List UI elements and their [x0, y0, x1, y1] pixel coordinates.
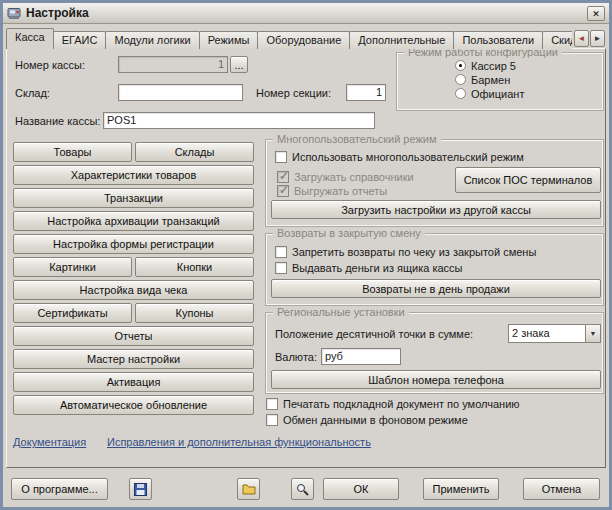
checkbox-label: Выгружать отчеты — [294, 185, 387, 197]
checkbox-box — [277, 185, 289, 197]
close-icon[interactable]: ✕ — [587, 6, 605, 21]
checkbox-label: Обмен данными в фоновом режиме — [283, 414, 468, 426]
checkbox-print-underlay[interactable]: Печатать подкладной документ по умолчани… — [266, 397, 520, 411]
nav-button-vid-cheka[interactable]: Настройка вида чека — [13, 280, 254, 300]
radio-label: Кассир 5 — [471, 60, 516, 72]
decimal-position-select[interactable]: 2 знака ▼ — [508, 324, 601, 343]
checkbox-use-multiuser[interactable]: Использовать многопользовательский режим — [275, 150, 524, 164]
checkbox-label: Выдавать деньги из ящика кассы — [292, 262, 462, 274]
nav-button-kartinki[interactable]: Картинки — [13, 257, 132, 277]
checkbox-box — [266, 398, 278, 410]
checkbox-box — [275, 151, 287, 163]
nav-button-avtoobnovlenie[interactable]: Автоматическое обновление — [13, 395, 254, 415]
cashbox-name-field[interactable]: POS1 — [103, 112, 375, 129]
radio-circle — [455, 60, 466, 71]
cancel-button[interactable]: Отмена — [523, 478, 600, 500]
returns-not-same-day-button[interactable]: Возвраты не в день продажи — [271, 279, 601, 298]
fixes-link[interactable]: Исправления и дополнительная функциональ… — [107, 436, 371, 448]
checkbox-box — [275, 262, 287, 274]
radio-kassir5[interactable]: Кассир 5 — [455, 59, 516, 72]
nav-button-arhivatsiya[interactable]: Настройка архивации транзакций — [13, 211, 254, 231]
nav-button-otchety[interactable]: Отчеты — [13, 326, 254, 346]
returns-group-title: Возвраты в закрытую смену — [273, 227, 425, 240]
pos-terminal-list-button[interactable]: Список ПОС терминалов — [455, 167, 601, 193]
cashbox-number-browse-button[interactable]: ... — [230, 56, 248, 73]
app-icon — [7, 6, 21, 20]
decimal-position-value: 2 знака — [509, 325, 585, 342]
nav-button-harakteristiki[interactable]: Характеристики товаров — [13, 165, 254, 185]
currency-label: Валюта: — [275, 351, 317, 364]
save-button[interactable] — [129, 478, 152, 500]
checkbox-label: Печатать подкладной документ по умолчани… — [283, 398, 520, 410]
titlebar: Настройка — [3, 3, 609, 24]
tab-scroll-left-icon[interactable]: ◄ — [574, 30, 589, 47]
nav-button-aktivatsiya[interactable]: Активация — [13, 372, 254, 392]
checkbox-load-refs: Загружать справочники — [277, 170, 414, 184]
radio-ofitsiant[interactable]: Официант — [455, 87, 524, 100]
checkbox-label: Использовать многопользовательский режим — [292, 151, 524, 163]
checkbox-box — [266, 414, 278, 426]
nav-button-tranzaktsii[interactable]: Транзакции — [13, 188, 254, 208]
tab-bar: Касса ЕГАИС Модули логики Режимы Оборудо… — [6, 28, 572, 49]
radio-circle — [455, 88, 466, 99]
ok-button[interactable]: ОК — [323, 478, 399, 500]
tab-dopolnitelnye[interactable]: Дополнительные — [349, 31, 454, 49]
folder-icon — [242, 483, 256, 495]
nav-button-sertifikaty[interactable]: Сертификаты — [13, 303, 132, 323]
settings-window: Настройка ✕ Касса ЕГАИС Модули логики Ре… — [0, 0, 612, 510]
nav-button-knopki[interactable]: Кнопки — [135, 257, 254, 277]
checkbox-background-exchange[interactable]: Обмен данными в фоновом режиме — [266, 413, 468, 427]
warehouse-field[interactable] — [118, 84, 243, 101]
tab-moduli-logiki[interactable]: Модули логики — [105, 31, 199, 49]
currency-field[interactable]: руб — [321, 348, 401, 365]
chevron-down-icon[interactable]: ▼ — [585, 325, 600, 342]
tab-skidki[interactable]: Скидки — [542, 31, 572, 49]
search-icon — [296, 483, 309, 496]
floppy-icon — [134, 483, 147, 496]
section-number-label: Номер секции: — [256, 87, 331, 100]
radio-label: Официант — [471, 88, 524, 100]
radio-circle — [455, 74, 466, 85]
open-folder-button[interactable] — [237, 478, 260, 500]
decimal-position-label: Положение десятичной точки в сумме: — [275, 328, 473, 341]
search-button[interactable] — [291, 478, 314, 500]
tab-scroll-right-icon[interactable]: ► — [590, 30, 605, 47]
tab-polzovateli[interactable]: Пользователи — [453, 31, 543, 49]
cashbox-name-label: Название кассы: — [15, 115, 100, 128]
phone-template-button[interactable]: Шаблон номера телефона — [271, 370, 601, 389]
checkbox-unload-reports: Выгружать отчеты — [277, 184, 387, 198]
cashbox-number-field: 1 — [118, 56, 228, 73]
checkbox-forbid-returns[interactable]: Запретить возвраты по чеку из закрытой с… — [275, 245, 536, 259]
regional-group-title: Региональные установки — [273, 306, 409, 319]
warehouse-label: Склад: — [15, 87, 50, 100]
load-settings-button[interactable]: Загрузить настройки из другой кассы — [271, 200, 601, 219]
checkbox-box — [275, 246, 287, 258]
tab-kassa[interactable]: Касса — [6, 28, 54, 49]
apply-button[interactable]: Применить — [423, 478, 499, 500]
nav-button-forma-registratsii[interactable]: Настройка формы регистрации — [13, 234, 254, 254]
nav-button-sklady[interactable]: Склады — [135, 142, 254, 162]
nav-button-tovary[interactable]: Товары — [13, 142, 132, 162]
checkbox-give-money[interactable]: Выдавать деньги из ящика кассы — [275, 261, 462, 275]
tab-oborudovanie[interactable]: Оборудование — [257, 31, 350, 49]
documentation-link[interactable]: Документация — [13, 436, 86, 448]
window-title: Настройка — [26, 6, 89, 20]
nav-button-kupony[interactable]: Купоны — [135, 303, 254, 323]
cashbox-number-label: Номер кассы: — [15, 59, 85, 72]
section-number-field[interactable]: 1 — [346, 84, 386, 101]
nav-button-master-nastroyki[interactable]: Мастер настройки — [13, 349, 254, 369]
checkbox-label: Загружать справочники — [294, 171, 414, 183]
about-button[interactable]: О программе... — [11, 478, 108, 500]
multiuser-group-title: Многопользовательский режим — [273, 133, 441, 146]
radio-barmen[interactable]: Бармен — [455, 73, 510, 86]
checkbox-box — [277, 171, 289, 183]
tab-egais[interactable]: ЕГАИС — [53, 31, 107, 49]
tab-rezhimy[interactable]: Режимы — [199, 31, 259, 49]
radio-label: Бармен — [471, 74, 510, 86]
checkbox-label: Запретить возвраты по чеку из закрытой с… — [292, 246, 536, 258]
